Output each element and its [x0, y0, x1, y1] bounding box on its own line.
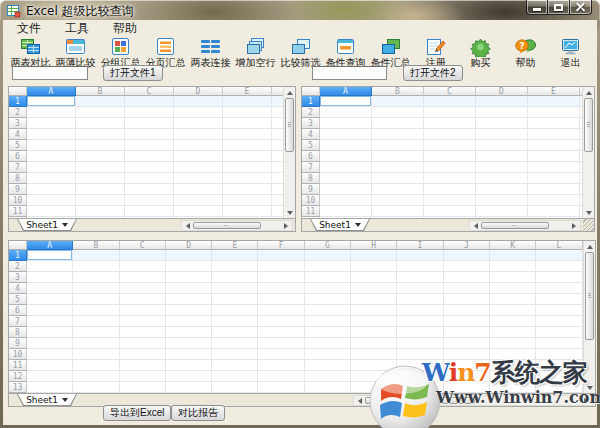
row-header-8[interactable]: 8: [9, 173, 27, 184]
minimize-button[interactable]: [526, 0, 548, 15]
cell-B10[interactable]: [76, 195, 125, 206]
cell-D6[interactable]: [166, 305, 212, 316]
scroll-right-button[interactable]: [281, 222, 291, 230]
cell-C6[interactable]: [125, 151, 174, 162]
cell-L10[interactable]: [536, 349, 582, 360]
cell-B7[interactable]: [76, 162, 125, 173]
cell-C9[interactable]: [424, 184, 476, 195]
scroll-up-button[interactable]: [584, 88, 594, 97]
horizontal-scrollbar[interactable]: [181, 220, 293, 231]
cell-D11[interactable]: [174, 206, 223, 217]
cell-E6[interactable]: [223, 151, 272, 162]
cell-F3[interactable]: [272, 118, 283, 129]
row-header-2[interactable]: 2: [9, 107, 27, 118]
cell-A8[interactable]: [320, 173, 372, 184]
cell-D4[interactable]: [166, 283, 212, 294]
cell-I6[interactable]: [397, 305, 443, 316]
cell-D2[interactable]: [166, 261, 212, 272]
cell-L1[interactable]: [536, 250, 582, 261]
cell-D9[interactable]: [174, 184, 223, 195]
row-header-3[interactable]: 3: [302, 118, 320, 129]
cell-E2[interactable]: [212, 261, 258, 272]
vertical-scrollbar[interactable]: [583, 241, 595, 393]
cell-D1[interactable]: [166, 250, 212, 261]
cell-D10[interactable]: [166, 349, 212, 360]
cell-D9[interactable]: [166, 338, 212, 349]
resize-grip[interactable]: [583, 219, 594, 231]
column-header-F[interactable]: F: [258, 241, 304, 250]
cell-F7[interactable]: [272, 162, 283, 173]
cell-B2[interactable]: [372, 107, 424, 118]
cell-L3[interactable]: [536, 272, 582, 283]
cell-E5[interactable]: [223, 140, 272, 151]
cell-E2[interactable]: [223, 107, 272, 118]
cell-C10[interactable]: [125, 195, 174, 206]
cell-F9[interactable]: [258, 338, 304, 349]
cell-G1[interactable]: [305, 250, 351, 261]
cell-E11[interactable]: [223, 206, 272, 217]
cell-J2[interactable]: [444, 261, 490, 272]
cell-B2[interactable]: [76, 107, 125, 118]
cell-E7[interactable]: [528, 162, 580, 173]
cell-E3[interactable]: [212, 272, 258, 283]
sheet-tab[interactable]: Sheet1: [310, 219, 370, 231]
cell-A6[interactable]: [27, 151, 76, 162]
cell-C12[interactable]: [120, 371, 166, 382]
cell-H1[interactable]: [351, 250, 397, 261]
cell-B3[interactable]: [76, 118, 125, 129]
toolbar-item-condition-query[interactable]: 条件查询: [323, 36, 368, 68]
row-header-12[interactable]: 12: [9, 371, 27, 382]
cell-G12[interactable]: [305, 371, 351, 382]
horizontal-scrollbar[interactable]: [353, 395, 593, 406]
cell-I5[interactable]: [397, 294, 443, 305]
cell-D2[interactable]: [174, 107, 223, 118]
menu-item-help[interactable]: 帮助: [101, 21, 149, 35]
scroll-down-button[interactable]: [585, 383, 595, 392]
cell-B8[interactable]: [76, 173, 125, 184]
toolbar-item-compare-tables[interactable]: 两表对比: [8, 36, 53, 68]
cell-A5[interactable]: [320, 140, 372, 151]
cell-D7[interactable]: [476, 162, 528, 173]
cell-G6[interactable]: [305, 305, 351, 316]
cell-B6[interactable]: [73, 305, 119, 316]
cell-G13[interactable]: [305, 382, 351, 393]
cell-F8[interactable]: [272, 173, 283, 184]
cell-A7[interactable]: [320, 162, 372, 173]
row-header-2[interactable]: 2: [302, 107, 320, 118]
cell-E13[interactable]: [212, 382, 258, 393]
cell-J5[interactable]: [444, 294, 490, 305]
cell-K12[interactable]: [490, 371, 536, 382]
cell-C1[interactable]: [120, 250, 166, 261]
cell-E9[interactable]: [212, 338, 258, 349]
row-header-1[interactable]: 1: [9, 250, 27, 261]
cell-G3[interactable]: [305, 272, 351, 283]
sheet-dropdown-icon[interactable]: [62, 398, 68, 402]
cell-E3[interactable]: [528, 118, 580, 129]
cell-E5[interactable]: [212, 294, 258, 305]
cell-D7[interactable]: [166, 316, 212, 327]
cell-A3[interactable]: [320, 118, 372, 129]
row-header-9[interactable]: 9: [9, 338, 27, 349]
cell-A11[interactable]: [27, 206, 76, 217]
row-header-10[interactable]: 10: [9, 349, 27, 360]
cell-K6[interactable]: [490, 305, 536, 316]
cell-F1[interactable]: [258, 250, 304, 261]
cell-C8[interactable]: [120, 327, 166, 338]
cell-F8[interactable]: [258, 327, 304, 338]
cell-I3[interactable]: [397, 272, 443, 283]
cell-D10[interactable]: [476, 195, 528, 206]
cell-F4[interactable]: [258, 283, 304, 294]
cell-K1[interactable]: [490, 250, 536, 261]
cell-F4[interactable]: [272, 129, 283, 140]
cell-B4[interactable]: [372, 129, 424, 140]
select-all-corner[interactable]: [9, 241, 27, 250]
cell-C5[interactable]: [125, 140, 174, 151]
column-header-A[interactable]: A: [320, 87, 372, 96]
cell-G8[interactable]: [305, 327, 351, 338]
column-header-B[interactable]: B: [372, 87, 424, 96]
cell-C4[interactable]: [125, 129, 174, 140]
cell-D1[interactable]: [476, 96, 528, 107]
cell-B5[interactable]: [76, 140, 125, 151]
open-file1-button[interactable]: 打开文件1: [103, 65, 163, 81]
cell-J1[interactable]: [444, 250, 490, 261]
